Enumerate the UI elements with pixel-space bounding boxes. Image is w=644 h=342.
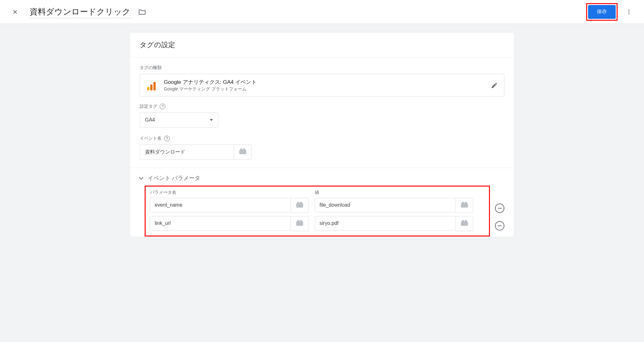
save-highlight-box: 保存 <box>586 3 618 21</box>
chevron-down-icon <box>139 175 143 180</box>
tag-type-name: Google アナリティクス: GA4 イベント <box>164 79 483 86</box>
event-name-label: イベント名 <box>140 136 162 141</box>
event-params-label: イベント パラメータ <box>148 174 200 182</box>
tag-type-platform: Google マーケティング プラットフォーム <box>164 86 483 92</box>
remove-row-button[interactable] <box>495 204 504 213</box>
tag-type-selector[interactable]: Google アナリティクス: GA4 イベント Google マーケティング … <box>140 74 504 97</box>
param-row <box>150 216 485 231</box>
insert-variable-button[interactable] <box>456 216 473 231</box>
variable-icon <box>296 203 303 208</box>
close-icon <box>12 9 18 15</box>
param-value-input[interactable] <box>315 198 456 212</box>
event-name-input[interactable] <box>140 144 234 160</box>
edit-icon[interactable] <box>491 82 498 89</box>
insert-variable-button[interactable] <box>291 216 308 231</box>
svg-point-0 <box>628 9 629 10</box>
param-name-input[interactable] <box>150 198 291 212</box>
more-menu-button[interactable] <box>621 4 636 19</box>
variable-icon <box>461 203 468 208</box>
folder-icon[interactable] <box>138 8 146 16</box>
analytics-icon <box>146 80 156 90</box>
help-icon[interactable]: ? <box>160 104 165 109</box>
svg-point-1 <box>628 11 629 12</box>
tag-type-label: タグの種類 <box>140 65 504 71</box>
param-name-header: パラメータ名 <box>150 190 308 195</box>
more-vert-icon <box>626 9 632 15</box>
help-icon[interactable]: ? <box>164 136 170 141</box>
save-button[interactable]: 保存 <box>588 5 616 19</box>
param-row <box>150 198 485 213</box>
config-tag-value: GA4 <box>145 117 155 123</box>
tag-name-input[interactable] <box>29 6 132 18</box>
chevron-down-icon <box>210 119 213 121</box>
param-value-input[interactable] <box>315 216 456 231</box>
insert-variable-button[interactable] <box>234 144 252 160</box>
params-highlight-box: パラメータ名 値 <box>145 186 490 236</box>
param-value-header: 値 <box>315 190 485 195</box>
tag-config-card: タグの設定 タグの種類 Google アナリティクス: GA4 イベント Goo… <box>130 33 514 236</box>
svg-point-2 <box>628 13 629 14</box>
insert-variable-button[interactable] <box>291 198 308 213</box>
param-name-input[interactable] <box>150 216 291 231</box>
insert-variable-button[interactable] <box>456 198 473 213</box>
header-bar: 保存 <box>0 0 644 24</box>
config-tag-select[interactable]: GA4 <box>140 112 218 128</box>
variable-icon <box>461 221 468 226</box>
variable-icon <box>296 221 303 226</box>
variable-icon <box>239 150 246 154</box>
remove-row-button[interactable] <box>495 221 504 231</box>
close-button[interactable] <box>8 4 23 19</box>
event-params-toggle[interactable]: イベント パラメータ <box>130 168 514 186</box>
card-title: タグの設定 <box>130 33 514 57</box>
minus-icon <box>498 208 502 209</box>
minus-icon <box>498 225 502 226</box>
config-tag-label: 設定タグ <box>140 104 157 109</box>
